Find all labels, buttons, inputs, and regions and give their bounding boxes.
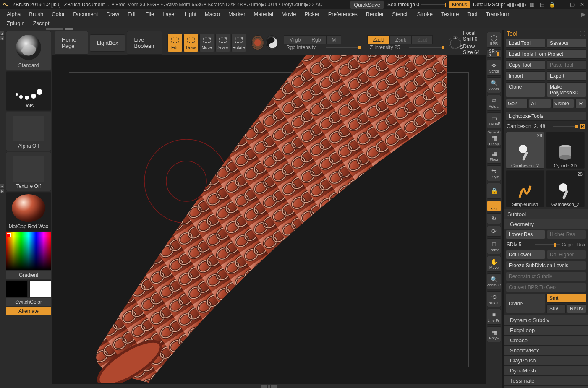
goz-all-button[interactable]: All xyxy=(529,99,551,108)
menu-arrow-icon[interactable] xyxy=(580,12,585,16)
rgb-intensity-slider[interactable] xyxy=(326,47,359,48)
sdiv-rstr[interactable]: Rstr xyxy=(577,242,585,247)
liveboolean-button[interactable]: Live Boolean xyxy=(127,31,162,55)
stroke-thumbnail[interactable]: Dots xyxy=(6,71,51,111)
menu-preferences[interactable]: Preferences xyxy=(325,10,361,18)
subpalette-dynamic-subdiv[interactable]: Dynamic Subdiv xyxy=(504,315,588,325)
lower-res-button[interactable]: Lower Res xyxy=(506,230,545,239)
menu-marker[interactable]: Marker xyxy=(225,10,248,18)
freeze-subdiv-button[interactable]: Freeze SubDivision Levels xyxy=(506,261,586,270)
zadd-mode-button[interactable]: Zadd xyxy=(367,35,389,44)
rotate-button[interactable]: ⟲Rotate xyxy=(487,291,501,307)
dock-icon-1[interactable]: ◂▮▮▸ xyxy=(508,1,515,8)
clone-button[interactable]: Clone xyxy=(506,82,545,97)
menu-movie[interactable]: Movie xyxy=(278,10,300,18)
import-button[interactable]: Import xyxy=(506,71,545,81)
material-thumbnail[interactable]: MatCap Red Wax xyxy=(6,192,51,232)
lock-button[interactable]: 🔒 xyxy=(487,183,501,199)
alpha-thumbnail[interactable]: Alpha Off xyxy=(6,112,51,151)
menu-edit[interactable]: Edit xyxy=(124,10,140,18)
layout-icon-1[interactable]: ▥ xyxy=(528,1,535,8)
viewport-canvas[interactable] xyxy=(52,55,486,384)
left-arrow-up-icon[interactable]: ▴ xyxy=(0,31,4,35)
maximize-icon[interactable]: ▢ xyxy=(569,1,575,8)
texture-thumbnail[interactable]: Texture Off xyxy=(6,152,51,191)
menu-brush[interactable]: Brush xyxy=(26,10,47,18)
persp-button[interactable]: Dynamic▦Persp xyxy=(487,130,501,146)
menu-tool[interactable]: Tool xyxy=(464,10,481,18)
left-arrow-down-icon[interactable]: ▾ xyxy=(0,36,4,40)
actual-button[interactable]: ⧉Actual xyxy=(487,95,501,111)
focal-shift-dial[interactable]: S xyxy=(449,36,461,49)
polyf-button[interactable]: ▦PolyF xyxy=(487,326,501,342)
subpalette-claypolish[interactable]: ClayPolish xyxy=(504,355,588,365)
scroll-button[interactable]: ✥Scroll xyxy=(487,60,501,76)
menu-alpha[interactable]: Alpha xyxy=(3,10,24,18)
export-button[interactable]: Export xyxy=(547,71,586,81)
sdiv-cage[interactable]: Cage xyxy=(562,242,573,247)
seethrough-slider[interactable]: See-through 0 xyxy=(387,2,446,8)
zsub-mode-button[interactable]: Zsub xyxy=(390,35,412,44)
bpr-button[interactable]: ◯BPR xyxy=(487,32,501,48)
switchcolor-button[interactable]: SwitchColor xyxy=(6,298,51,306)
tool-thumb-2[interactable]: SimpleBrush xyxy=(506,170,544,207)
m-mode-button[interactable]: M xyxy=(326,35,341,44)
swatch-secondary[interactable] xyxy=(29,280,51,297)
homepage-button[interactable]: Home Page xyxy=(55,31,88,55)
tool-slider-r[interactable]: R xyxy=(580,124,585,129)
sdiv-slider[interactable]: SDiv 5 Cage Rstr xyxy=(504,241,588,248)
menu-color[interactable]: Color xyxy=(48,10,68,18)
aahalf-button[interactable]: ▭AAHalf xyxy=(487,112,501,128)
subpalette-edgeloop[interactable]: EdgeLoop xyxy=(504,325,588,335)
tool-thumb-0[interactable]: 28Gambeson_2 xyxy=(506,132,544,169)
menus-toggle[interactable]: Menus xyxy=(449,1,470,8)
rot2-button[interactable]: ⟳ xyxy=(487,226,501,237)
tool-thumb-1[interactable]: Cylinder3D xyxy=(546,132,585,169)
draw-mode-button[interactable]: Draw xyxy=(183,34,199,52)
brush-yinyang-icon[interactable] xyxy=(251,35,264,50)
menu-picker[interactable]: Picker xyxy=(301,10,323,18)
zcut-mode-button[interactable]: Zcut xyxy=(412,35,432,44)
zoom3d-button[interactable]: 🔍Zoom3D xyxy=(487,273,501,289)
subpalette-dynamesh[interactable]: DynaMesh xyxy=(504,365,588,375)
spix-slider[interactable]: SPix 3 xyxy=(487,49,501,58)
frame-button[interactable]: □Frame xyxy=(487,238,501,254)
tool-reset-icon[interactable] xyxy=(580,31,585,36)
copy-tool-button[interactable]: Copy Tool xyxy=(506,60,545,70)
menu-layer[interactable]: Layer xyxy=(159,10,180,18)
menu-material[interactable]: Material xyxy=(251,10,277,18)
tool-thumb-3[interactable]: 28Gambeson_2 xyxy=(546,170,585,207)
goz-r-button[interactable]: R xyxy=(575,99,586,108)
left-arrow-right-icon[interactable]: ▸ xyxy=(0,189,4,193)
subpalette-crease[interactable]: Crease xyxy=(504,335,588,345)
menu-stencil[interactable]: Stencil xyxy=(389,10,412,18)
suv-button[interactable]: Suv xyxy=(546,304,566,313)
swatch-main[interactable] xyxy=(6,280,28,297)
subpalette-subtool[interactable]: Subtool xyxy=(504,209,588,219)
goz-button[interactable]: GoZ xyxy=(506,99,528,108)
draw-size-label[interactable]: Draw Size 64 xyxy=(463,44,483,55)
load-tool-button[interactable]: Load Tool xyxy=(506,39,545,48)
canvas-footer-handle[interactable] xyxy=(52,384,486,388)
rot1-button[interactable]: ↻ xyxy=(487,213,501,224)
movepan-button[interactable]: ✋Move xyxy=(487,256,501,272)
subpalette-tessimate[interactable]: Tessimate xyxy=(504,375,588,385)
lightbox-tools-button[interactable]: Lightbox▶Tools xyxy=(506,112,586,121)
menu-file[interactable]: File xyxy=(142,10,157,18)
menu-zscript[interactable]: Zscript xyxy=(30,19,53,27)
focal-shift-label[interactable]: Focal Shift 0 xyxy=(463,30,483,42)
save-as-button[interactable]: Save As xyxy=(547,39,586,48)
floor-button[interactable]: ▦Floor xyxy=(487,148,501,164)
menu-document[interactable]: Document xyxy=(70,10,101,18)
minimize-icon[interactable]: — xyxy=(559,1,565,8)
xyz-button[interactable]: XYZ xyxy=(487,201,501,211)
make-polymesh-button[interactable]: Make PolyMesh3D xyxy=(547,82,586,97)
move-mode-button[interactable]: MMove xyxy=(199,34,214,52)
menu-texture[interactable]: Texture xyxy=(438,10,463,18)
smooth-toggle[interactable]: Smt xyxy=(546,294,586,303)
linefill-button[interactable]: ■Line Fill xyxy=(487,309,501,325)
mrgb-mode-button[interactable]: Mrgb xyxy=(284,35,306,44)
subpalette-geometry[interactable]: Geometry xyxy=(504,219,588,229)
subpalette-shadowbox[interactable]: ShadowBox xyxy=(504,345,588,355)
del-lower-button[interactable]: Del Lower xyxy=(506,250,545,259)
